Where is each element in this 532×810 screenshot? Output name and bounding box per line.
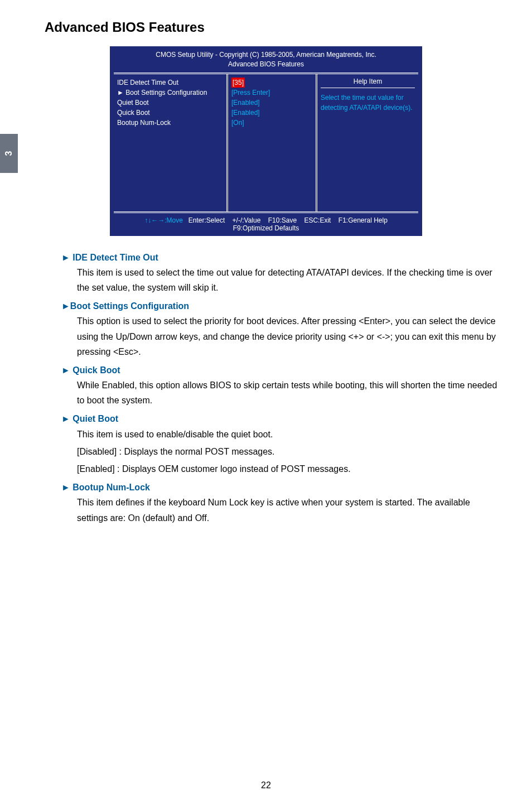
bios-row-boot-settings[interactable]: ► Boot Settings Configuration bbox=[117, 88, 223, 98]
bios-value-ide-detect[interactable]: [35] bbox=[231, 78, 312, 88]
bios-header-line2: Advanced BIOS Features bbox=[110, 60, 422, 69]
bios-row-bootup-numlock[interactable]: Bootup Num-Lock bbox=[117, 118, 223, 128]
bios-help-column: Help Item Select the time out value for … bbox=[317, 74, 418, 211]
page-number: 22 bbox=[0, 780, 532, 790]
bios-table: IDE Detect Time Out ► Boot Settings Conf… bbox=[114, 73, 418, 213]
page-title: Advanced BIOS Features bbox=[45, 20, 532, 35]
bios-help-body: Select the time out value for detecting … bbox=[321, 93, 415, 113]
section-quick-boot-body: While Enabled, this option allows BIOS t… bbox=[77, 378, 499, 408]
section-boot-settings-title: ►Boot Settings Configuration bbox=[61, 298, 499, 314]
footer-exit: ESC:Exit bbox=[304, 216, 331, 224]
bios-values-column: [35] [Press Enter] [Enabled] [Enabled] [… bbox=[228, 74, 317, 211]
footer-help: F1:General Help bbox=[338, 216, 388, 224]
bios-header: CMOS Setup Utility - Copyright (C) 1985-… bbox=[110, 47, 422, 73]
chapter-tab-label: 3 bbox=[4, 151, 14, 156]
bios-value-quick-boot[interactable]: [Enabled] bbox=[231, 108, 312, 118]
section-quiet-boot-body2: [Disabled] : Displays the normal POST me… bbox=[77, 444, 499, 459]
bios-selected-value: [35] bbox=[231, 78, 245, 88]
section-quick-boot-title: ► Quick Boot bbox=[61, 363, 499, 378]
bios-value-bootup-numlock[interactable]: [On] bbox=[231, 118, 312, 128]
bios-row-quick-boot[interactable]: Quick Boot bbox=[117, 108, 223, 118]
section-boot-settings-body: This option is used to select the priori… bbox=[77, 314, 499, 359]
bios-screenshot: CMOS Setup Utility - Copyright (C) 1985-… bbox=[110, 46, 422, 236]
section-quiet-boot-body3: [Enabled] : Displays OEM customer logo i… bbox=[77, 461, 499, 476]
bios-help-title: Help Item bbox=[321, 78, 415, 88]
section-quiet-boot-body1: This item is used to enable/disable the … bbox=[77, 427, 499, 442]
footer-enter: Enter:Select bbox=[188, 216, 225, 224]
section-bootup-numlock-body: This item defines if the keyboard Num Lo… bbox=[77, 495, 499, 525]
chapter-tab: 3 bbox=[0, 134, 18, 173]
bios-footer: ↑↓←→:Move Enter:Select +/-/:Value F10:Sa… bbox=[110, 213, 422, 235]
section-quiet-boot-title: ► Quiet Boot bbox=[61, 411, 499, 426]
footer-move: ↑↓←→:Move bbox=[144, 216, 183, 224]
section-bootup-numlock-title: ► Bootup Num-Lock bbox=[61, 480, 499, 495]
footer-defaults: F9:Optimized Defaults bbox=[233, 224, 299, 232]
content-body: ► IDE Detect Time Out This item is used … bbox=[61, 250, 499, 525]
section-ide-detect-title: ► IDE Detect Time Out bbox=[61, 250, 499, 265]
bios-value-boot-settings[interactable]: [Press Enter] bbox=[231, 88, 312, 98]
footer-value: +/-/:Value bbox=[233, 216, 261, 224]
bios-row-ide-detect[interactable]: IDE Detect Time Out bbox=[117, 78, 223, 88]
bios-value-quiet-boot[interactable]: [Enabled] bbox=[231, 98, 312, 108]
footer-save: F10:Save bbox=[268, 216, 297, 224]
bios-row-quiet-boot[interactable]: Quiet Boot bbox=[117, 98, 223, 108]
bios-labels-column: IDE Detect Time Out ► Boot Settings Conf… bbox=[114, 74, 228, 211]
bios-header-line1: CMOS Setup Utility - Copyright (C) 1985-… bbox=[110, 50, 422, 60]
section-ide-detect-body: This item is used to select the time out… bbox=[77, 265, 499, 295]
